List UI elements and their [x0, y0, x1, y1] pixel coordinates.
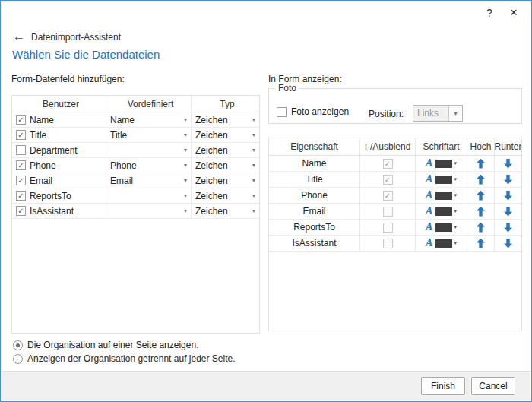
- font-icon[interactable]: A: [426, 205, 432, 217]
- color-swatch-icon[interactable]: [435, 176, 452, 184]
- down-arrow-icon[interactable]: [504, 191, 512, 201]
- down-arrow-icon[interactable]: [504, 239, 512, 248]
- up-arrow-icon[interactable]: [477, 207, 485, 217]
- chevron-down-icon[interactable]: ▾: [184, 177, 187, 184]
- move-up-cell[interactable]: [467, 172, 495, 187]
- radio-icon[interactable]: [13, 340, 23, 350]
- font-color-picker[interactable]: ▾: [435, 176, 457, 184]
- chevron-down-icon[interactable]: ▾: [184, 116, 187, 123]
- move-down-cell[interactable]: [495, 204, 521, 219]
- chevron-down-icon[interactable]: ▾: [454, 160, 457, 166]
- move-up-cell[interactable]: [467, 188, 495, 203]
- font-color-picker[interactable]: ▾: [435, 207, 457, 216]
- font-icon[interactable]: A: [426, 237, 432, 249]
- close-icon[interactable]: ✕: [505, 5, 522, 21]
- down-arrow-icon[interactable]: [504, 159, 512, 169]
- font-color-picker[interactable]: ▾: [435, 160, 457, 168]
- font-cell[interactable]: A▾: [416, 188, 467, 203]
- color-swatch-icon[interactable]: [435, 207, 452, 216]
- chevron-down-icon[interactable]: ▾: [252, 162, 255, 169]
- help-icon[interactable]: ?: [481, 5, 498, 21]
- cancel-button[interactable]: Cancel: [471, 377, 515, 395]
- up-arrow-icon[interactable]: [477, 223, 485, 233]
- field-enable-cell[interactable]: Phone: [12, 158, 106, 173]
- checkbox-icon[interactable]: [16, 160, 26, 170]
- down-arrow-icon[interactable]: [504, 175, 512, 185]
- font-color-picker[interactable]: ▾: [435, 223, 457, 232]
- type-select[interactable]: Zeichen▾: [192, 112, 259, 127]
- checkbox-icon[interactable]: [383, 239, 393, 248]
- finish-button[interactable]: Finish: [421, 377, 465, 395]
- visibility-cell[interactable]: [360, 172, 416, 187]
- back-arrow-icon[interactable]: ←: [13, 30, 25, 43]
- checkbox-icon[interactable]: [277, 107, 287, 117]
- radio-option-1[interactable]: Die Organisation auf einer Seite anzeige…: [13, 338, 236, 352]
- chevron-down-icon[interactable]: ▾: [252, 131, 255, 138]
- chevron-down-icon[interactable]: ▾: [184, 192, 187, 199]
- field-enable-cell[interactable]: Name: [12, 112, 106, 127]
- field-enable-cell[interactable]: ReportsTo: [12, 188, 106, 203]
- checkbox-icon[interactable]: [383, 207, 393, 217]
- checkbox-icon[interactable]: [16, 206, 26, 216]
- field-enable-cell[interactable]: IsAssistant: [12, 204, 106, 218]
- type-select[interactable]: Zeichen▾: [192, 158, 259, 173]
- predefined-select[interactable]: Email▾: [106, 173, 192, 188]
- radio-option-2[interactable]: Anzeigen der Organisation getrennt auf j…: [13, 352, 236, 366]
- chevron-down-icon[interactable]: ▾: [184, 162, 187, 169]
- chevron-down-icon[interactable]: ▾: [448, 106, 462, 121]
- font-color-picker[interactable]: ▾: [435, 239, 457, 248]
- checkbox-icon[interactable]: [383, 223, 393, 233]
- move-up-cell[interactable]: [467, 156, 495, 171]
- chevron-down-icon[interactable]: ▾: [184, 207, 187, 214]
- chevron-down-icon[interactable]: ▾: [252, 192, 255, 199]
- type-select[interactable]: Zeichen▾: [192, 143, 259, 157]
- chevron-down-icon[interactable]: ▾: [252, 147, 255, 154]
- font-cell[interactable]: A▾: [416, 236, 467, 251]
- up-arrow-icon[interactable]: [477, 175, 485, 185]
- visibility-cell[interactable]: [360, 156, 416, 171]
- font-icon[interactable]: A: [426, 189, 432, 201]
- field-enable-cell[interactable]: Department: [12, 143, 106, 157]
- chevron-down-icon[interactable]: ▾: [454, 240, 457, 246]
- move-down-cell[interactable]: [495, 220, 521, 235]
- down-arrow-icon[interactable]: [504, 223, 512, 233]
- foto-anzeigen-checkbox[interactable]: Foto anzeigen: [277, 106, 349, 117]
- chevron-down-icon[interactable]: ▾: [454, 224, 457, 230]
- type-select[interactable]: Zeichen▾: [192, 204, 259, 218]
- font-icon[interactable]: A: [426, 157, 432, 169]
- visibility-cell[interactable]: [360, 220, 416, 235]
- checkbox-icon[interactable]: [16, 191, 26, 201]
- font-cell[interactable]: A▾: [416, 172, 467, 187]
- type-select[interactable]: Zeichen▾: [192, 173, 259, 188]
- color-swatch-icon[interactable]: [435, 160, 452, 168]
- checkbox-icon[interactable]: [16, 115, 26, 125]
- move-down-cell[interactable]: [495, 156, 521, 171]
- checkbox-icon[interactable]: [16, 130, 26, 140]
- font-cell[interactable]: A▾: [416, 204, 467, 219]
- checkbox-icon[interactable]: [16, 145, 26, 155]
- predefined-select[interactable]: ▾: [106, 143, 192, 157]
- font-cell[interactable]: A▾: [416, 220, 467, 235]
- move-up-cell[interactable]: [467, 236, 495, 251]
- predefined-select[interactable]: ▾: [106, 204, 192, 218]
- down-arrow-icon[interactable]: [504, 207, 512, 217]
- move-down-cell[interactable]: [495, 172, 521, 187]
- field-enable-cell[interactable]: Title: [12, 128, 106, 142]
- font-cell[interactable]: A▾: [416, 156, 467, 171]
- position-select[interactable]: Links ▾: [413, 105, 463, 122]
- visibility-cell[interactable]: [360, 188, 416, 203]
- font-color-picker[interactable]: ▾: [435, 192, 457, 200]
- chevron-down-icon[interactable]: ▾: [454, 192, 457, 198]
- predefined-select[interactable]: Phone▾: [106, 158, 192, 173]
- move-up-cell[interactable]: [467, 204, 495, 219]
- chevron-down-icon[interactable]: ▾: [184, 131, 187, 138]
- visibility-cell[interactable]: [360, 236, 416, 251]
- color-swatch-icon[interactable]: [435, 192, 452, 200]
- type-select[interactable]: Zeichen▾: [192, 188, 259, 203]
- checkbox-icon[interactable]: [383, 159, 393, 169]
- visibility-cell[interactable]: [360, 204, 416, 219]
- move-down-cell[interactable]: [495, 236, 521, 251]
- move-down-cell[interactable]: [495, 188, 521, 203]
- predefined-select[interactable]: Name▾: [106, 112, 192, 127]
- field-enable-cell[interactable]: Email: [12, 173, 106, 188]
